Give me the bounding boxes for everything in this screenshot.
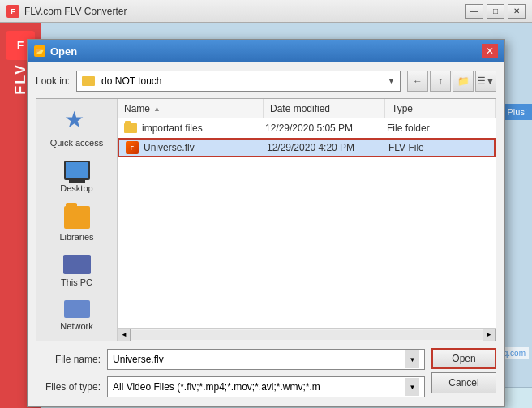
dialog-body: Look in: do NOT touch ▼ ← ↑ 📁 ☰▼	[28, 62, 504, 406]
nav-label-quick-access: Quick access	[50, 138, 103, 148]
folder-icon	[82, 76, 95, 86]
col-header-date[interactable]: Date modified	[264, 99, 385, 118]
app-title: FLV.com FLV Converter	[24, 6, 466, 17]
nav-label-libraries: Libraries	[59, 232, 93, 242]
nav-item-libraries[interactable]: Libraries	[41, 203, 114, 245]
dialog-close-button[interactable]: ✕	[482, 44, 498, 58]
nav-label-desktop: Desktop	[60, 183, 92, 193]
filetype-label: Files of type:	[36, 381, 101, 393]
dialog-icon: 📂	[34, 45, 45, 57]
toolbar-buttons: ← ↑ 📁 ☰▼	[407, 71, 496, 92]
file-list-header: Name ▲ Date modified Type	[118, 99, 496, 118]
up-button[interactable]: ↑	[430, 71, 451, 92]
filename-combo-arrow[interactable]: ▼	[405, 350, 419, 368]
file-list: Name ▲ Date modified Type	[118, 99, 496, 341]
file-name-folder: important files	[124, 122, 265, 134]
file-name-universe: F Universe.flv	[126, 141, 267, 154]
dialog-title: Open	[50, 45, 482, 58]
scroll-track[interactable]	[131, 330, 483, 340]
filename-label: File name:	[36, 354, 101, 365]
open-dialog: 📂 Open ✕ Look in: do NOT touch ▼ ← ↑	[27, 39, 505, 407]
window-controls: — □ ✕	[466, 4, 526, 19]
dialog-title-bar: 📂 Open ✕	[28, 40, 504, 62]
app-content: F FLV www.deuaq.com Plus! 📂 Open ✕ Look …	[0, 23, 532, 408]
horizontal-scrollbar[interactable]: ◄ ►	[118, 328, 496, 341]
filetype-value: All Video Files (*.flv;*.mp4;*.mov;*.avi…	[113, 381, 405, 393]
libraries-icon	[64, 206, 90, 229]
this-pc-icon	[63, 255, 91, 274]
filetype-combo-arrow[interactable]: ▼	[405, 378, 419, 396]
minimize-button[interactable]: —	[466, 4, 483, 19]
nav-label-network: Network	[60, 321, 92, 331]
file-row-folder[interactable]: important files 12/29/2020 5:05 PM File …	[118, 118, 496, 138]
quick-access-icon: ★	[64, 109, 90, 135]
cancel-button[interactable]: Cancel	[431, 372, 496, 393]
combo-arrow-icon: ▼	[388, 77, 395, 85]
new-folder-button[interactable]: 📁	[453, 71, 474, 92]
nav-item-quick-access[interactable]: ★ Quick access	[41, 105, 114, 151]
sort-arrow-icon: ▲	[153, 105, 161, 113]
filetype-combo[interactable]: All Video Files (*.flv;*.mp4;*.mov;*.avi…	[107, 376, 425, 397]
dialog-buttons: Open Cancel	[431, 348, 496, 393]
network-icon	[64, 300, 90, 318]
flv-icon: F	[126, 141, 139, 154]
maximize-button[interactable]: □	[487, 4, 504, 19]
dialog-overlay: 📂 Open ✕ Look in: do NOT touch ▼ ← ↑	[0, 23, 532, 408]
nav-label-this-pc: This PC	[61, 277, 92, 287]
view-button[interactable]: ☰▼	[475, 71, 496, 92]
filetype-row: Files of type: All Video Files (*.flv;*.…	[36, 376, 425, 398]
scroll-right-button[interactable]: ►	[483, 329, 496, 341]
nav-item-desktop[interactable]: Desktop	[41, 157, 114, 196]
filename-row: File name: Universe.flv ▼	[36, 348, 425, 371]
look-in-value: do NOT touch	[101, 75, 383, 87]
file-type-universe: FLV File	[388, 142, 487, 153]
file-type-folder: File folder	[387, 122, 489, 134]
file-date-folder: 12/29/2020 5:05 PM	[265, 122, 387, 134]
filename-value: Universe.flv	[113, 354, 405, 365]
dialog-main: ★ Quick access Desktop Libraries	[36, 98, 496, 341]
scroll-left-button[interactable]: ◄	[118, 329, 131, 341]
file-rows: important files 12/29/2020 5:05 PM File …	[118, 118, 496, 328]
open-button[interactable]: Open	[431, 348, 496, 369]
nav-item-this-pc[interactable]: This PC	[41, 251, 114, 290]
desktop-icon	[64, 161, 90, 180]
look-in-combo[interactable]: do NOT touch ▼	[76, 71, 401, 92]
nav-panel: ★ Quick access Desktop Libraries	[36, 99, 118, 341]
title-bar: F FLV.com FLV Converter — □ ✕	[0, 0, 532, 23]
close-button[interactable]: ✕	[508, 4, 526, 19]
look-in-label: Look in:	[36, 75, 70, 87]
look-in-row: Look in: do NOT touch ▼ ← ↑ 📁 ☰▼	[36, 71, 496, 92]
file-date-universe: 12/29/2020 4:20 PM	[267, 142, 388, 153]
col-header-name[interactable]: Name ▲	[118, 99, 264, 118]
filename-combo[interactable]: Universe.flv ▼	[107, 349, 425, 370]
nav-item-network[interactable]: Network	[41, 297, 114, 334]
col-header-type[interactable]: Type	[385, 99, 496, 118]
app-icon: F	[6, 5, 19, 18]
folder-icon-16	[124, 123, 137, 133]
file-row-universe[interactable]: F Universe.flv 12/29/2020 4:20 PM FLV Fi…	[118, 138, 496, 157]
back-button[interactable]: ←	[407, 71, 428, 92]
